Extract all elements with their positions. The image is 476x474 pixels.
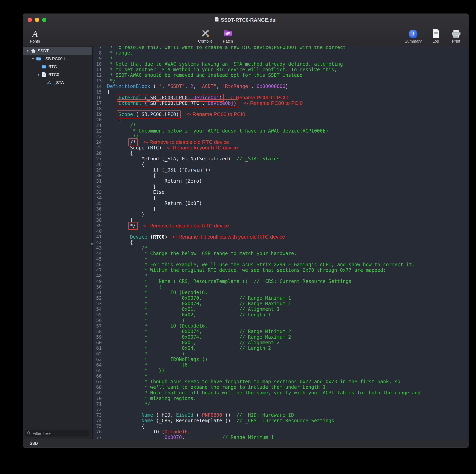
- code-line[interactable]: 74 Name (_CRS, ResourceTemplate () // _C…: [93, 418, 469, 423]
- code-line[interactable]: 27 Method (_STA, 0, NotSerialized) // _S…: [93, 156, 469, 162]
- code-line[interactable]: 52 * 0x0070, // Range Minimum 1: [93, 295, 469, 301]
- code-text[interactable]: External (_SB_.PC00.LPC0.RTC_, DeviceObj…: [107, 100, 303, 106]
- code-text[interactable]: */: [107, 78, 116, 84]
- code-text[interactable]: * we'll want to expand the range to incl…: [107, 385, 329, 390]
- code-line[interactable]: 50 * {: [93, 284, 469, 290]
- code-line[interactable]: 36 }: [93, 206, 469, 212]
- code-text[interactable]: 0x0070, // Range Minimum 1: [107, 435, 274, 439]
- code-area[interactable]: 7 * To resolve this, we'll want to creat…: [93, 46, 469, 439]
- code-text[interactable]: * To resolve this, we'll want to create …: [107, 46, 346, 50]
- sidebar-item-ssdt[interactable]: ▾SSDT: [23, 47, 92, 55]
- code-line[interactable]: 62 * ): [93, 351, 469, 356]
- code-line[interactable]: 71 */: [93, 401, 469, 407]
- code-text[interactable]: *: [107, 273, 147, 279]
- code-line[interactable]: 45 *: [93, 256, 469, 262]
- code-line[interactable]: 60 * 0x01, // Alignment 2: [93, 340, 469, 345]
- close-button[interactable]: [28, 18, 32, 22]
- code-text[interactable]: * Change the below _CSR range to match y…: [107, 251, 297, 256]
- code-text[interactable]: DefinitionBlock ("", "SSDT", 2, "ACDT", …: [107, 84, 288, 89]
- code-line[interactable]: 69 * Note that not all boards will be th…: [93, 390, 469, 396]
- sidebar-item-rtc0[interactable]: ▾RTC0: [23, 71, 92, 79]
- code-text[interactable]: * {8}: [107, 362, 190, 368]
- code-text[interactable]: */<- Remove to disable old RTC device: [107, 223, 229, 228]
- code-line[interactable]: 44 * Change the below _CSR range to matc…: [93, 251, 469, 256]
- code-text[interactable]: * range.: [107, 50, 133, 56]
- code-text[interactable]: * For this example, we'll use the Asus S…: [107, 262, 415, 268]
- code-line[interactable]: 33 Else: [93, 189, 469, 195]
- sidebar-item-sb-pc00-l[interactable]: ▾_SB.PC00.L...: [23, 55, 92, 63]
- code-line[interactable]: 8 * range.: [93, 50, 469, 56]
- code-line[interactable]: 10 * Note that due to AWAC systems havin…: [93, 61, 469, 67]
- code-line[interactable]: 40: [93, 228, 469, 234]
- code-line[interactable]: 53 * 0x0070, // Range Maximum 1: [93, 301, 469, 306]
- code-text[interactable]: /*: [107, 123, 136, 128]
- code-line[interactable]: 57 * IO (Decode16,: [93, 323, 469, 329]
- code-line[interactable]: 72: [93, 407, 469, 412]
- code-line[interactable]: 73 Name (_HID, EisaId ("PNP0B00")) // _H…: [93, 412, 469, 418]
- code-line[interactable]: 49 * Name (_CRS, ResourceTemplate () // …: [93, 279, 469, 284]
- code-text[interactable]: IO (Decode16,: [107, 429, 190, 435]
- code-line[interactable]: 56 * ): [93, 318, 469, 323]
- code-text[interactable]: * 0x0074, // Range Minimum 2: [107, 329, 291, 334]
- sidebar-item-sta[interactable]: _STA: [23, 79, 92, 86]
- code-text[interactable]: {: [107, 151, 133, 156]
- code-line[interactable]: 35 Return (0x0F): [93, 201, 469, 206]
- code-line[interactable]: 19 Scope (_SB.PC00.LPC0)<- Rename PC00 t…: [93, 111, 469, 117]
- code-line[interactable]: 29 If (_OSI ("Darwin")): [93, 167, 469, 173]
- code-text[interactable]: Else: [107, 189, 165, 195]
- code-text[interactable]: * SSDT-AWAC should be removed and instea…: [107, 72, 306, 78]
- code-text[interactable]: * 0x01, // Alignment 1: [107, 306, 280, 312]
- code-line[interactable]: 31 Return (Zero): [93, 178, 469, 184]
- code-text[interactable]: * 0x01, // Alignment 2: [107, 340, 280, 345]
- code-text[interactable]: * to set another _STA method in your RTC…: [107, 67, 337, 72]
- code-text[interactable]: * 0x04, // Length 2: [107, 345, 271, 351]
- code-line[interactable]: 9 *: [93, 56, 469, 61]
- code-line[interactable]: 48 *: [93, 273, 469, 279]
- split-handle[interactable]: [91, 243, 93, 245]
- code-line[interactable]: 75 {: [93, 423, 469, 429]
- code-text[interactable]: Scope (RTC)<- Rename to your RTC device: [107, 145, 238, 151]
- filter-tree-input[interactable]: [32, 431, 87, 436]
- code-text[interactable]: {: [107, 117, 121, 123]
- code-line[interactable]: 65 * }): [93, 368, 469, 373]
- code-line[interactable]: 11 * to set another _STA method in your …: [93, 67, 469, 72]
- code-line[interactable]: 25 Scope (RTC)<- Rename to your RTC devi…: [93, 145, 469, 151]
- code-line[interactable]: 54 * 0x01, // Alignment 1: [93, 306, 469, 312]
- code-line[interactable]: 23 */: [93, 134, 469, 139]
- code-text[interactable]: *: [107, 373, 147, 379]
- minimize-button[interactable]: [35, 18, 39, 22]
- code-text[interactable]: * Uncomment below if your ACPI doesn't h…: [107, 128, 329, 134]
- code-line[interactable]: 7 * To resolve this, we'll want to creat…: [93, 46, 469, 50]
- toolbar-compile-button[interactable]: Compile: [198, 27, 213, 44]
- code-line[interactable]: 24 /*<- Remove to disable old RTC device: [93, 139, 469, 145]
- code-text[interactable]: {: [107, 162, 144, 167]
- code-line[interactable]: 67 * Though Asus seems to have forgotten…: [93, 379, 469, 385]
- code-text[interactable]: * IO (Decode16,: [107, 290, 208, 295]
- code-line[interactable]: 58 * 0x0074, // Range Minimum 2: [93, 329, 469, 334]
- code-text[interactable]: * ): [107, 351, 185, 356]
- code-line[interactable]: 28 {: [93, 162, 469, 167]
- code-line[interactable]: 64 * {8}: [93, 362, 469, 368]
- code-line[interactable]: 70 * missing regions.: [93, 396, 469, 401]
- code-line[interactable]: 12 * SSDT-AWAC should be removed and ins…: [93, 72, 469, 78]
- code-line[interactable]: 59 * 0x0074, // Range Maximum 2: [93, 334, 469, 340]
- code-line[interactable]: 34 {: [93, 195, 469, 201]
- toolbar-summary-button[interactable]: iSummary: [405, 27, 422, 44]
- code-line[interactable]: 43 /*: [93, 245, 469, 251]
- code-line[interactable]: 61 * 0x04, // Length 2: [93, 345, 469, 351]
- code-text[interactable]: * }): [107, 368, 165, 373]
- code-text[interactable]: * Though Asus seems to have forgotten to…: [107, 379, 400, 385]
- code-text[interactable]: * IO (Decode16,: [107, 323, 208, 329]
- code-text[interactable]: Name (_CRS, ResourceTemplate () // _CRS:…: [107, 418, 334, 423]
- code-text[interactable]: Name (_HID, EisaId ("PNP0B00")) // _HID:…: [107, 412, 294, 418]
- toolbar-fonts-button[interactable]: AFonts: [29, 27, 41, 44]
- disclosure-chevron-icon[interactable]: ▾: [36, 73, 41, 77]
- code-line[interactable]: 17 External (_SB_.PC00.LPC0.RTC_, Device…: [93, 100, 469, 106]
- code-line[interactable]: 13 */: [93, 78, 469, 84]
- code-text[interactable]: {: [107, 89, 110, 95]
- code-text[interactable]: Device (RTC0)<- Rename if it conflicts w…: [107, 234, 285, 240]
- code-line[interactable]: 41 Device (RTC0)<- Rename if it conflict…: [93, 234, 469, 240]
- code-line[interactable]: 42 {: [93, 240, 469, 245]
- code-line[interactable]: 14DefinitionBlock ("", "SSDT", 2, "ACDT"…: [93, 84, 469, 89]
- disclosure-chevron-icon[interactable]: ▾: [31, 57, 35, 61]
